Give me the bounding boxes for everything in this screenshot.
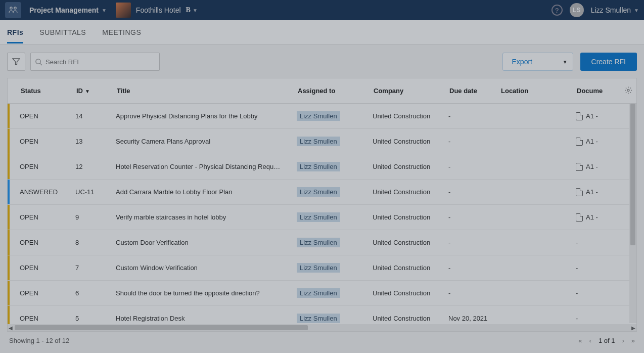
cell-status: OPEN xyxy=(10,264,75,272)
cell-id: UC-11 xyxy=(75,188,116,196)
cell-id: 14 xyxy=(75,112,116,120)
col-id[interactable]: ID▼ xyxy=(76,87,117,95)
cell-assigned: Lizz Smullen xyxy=(297,162,373,171)
project-thumbnail xyxy=(116,3,131,18)
cell-title: Custom Window Verification xyxy=(116,264,297,272)
user-menu[interactable]: Lizz Smullen ▼ xyxy=(591,6,639,14)
project-name: Foothills Hotel xyxy=(136,6,181,14)
user-name-label: Lizz Smullen xyxy=(591,6,631,14)
cell-company: United Construction xyxy=(373,264,448,272)
cell-assigned: Lizz Smullen xyxy=(297,263,373,273)
svg-line-3 xyxy=(40,63,42,65)
cell-due: - xyxy=(448,264,500,272)
cell-document: - xyxy=(576,289,616,297)
module-dropdown[interactable]: Project Management ▼ xyxy=(25,6,111,14)
scroll-right-icon[interactable]: ▶ xyxy=(631,325,635,331)
assignee-chip[interactable]: Lizz Smullen xyxy=(297,137,340,146)
table-row[interactable]: OPEN5Hotel Registration DeskLizz Smullen… xyxy=(8,306,636,324)
cell-due: - xyxy=(448,138,500,145)
app-switcher-icon[interactable] xyxy=(5,2,21,18)
assignee-chip[interactable]: Lizz Smullen xyxy=(297,238,340,247)
col-status[interactable]: Status xyxy=(11,87,76,95)
cell-document: - xyxy=(576,315,616,322)
pager-next-icon[interactable]: › xyxy=(622,337,624,344)
assignee-chip[interactable]: Lizz Smullen xyxy=(297,212,340,222)
export-dropdown[interactable]: Export ▼ xyxy=(502,53,573,71)
cell-title: Add Carrara Marble to Lobby Floor Plan xyxy=(116,188,297,196)
cell-title: Approve Physical Distancing Plans for th… xyxy=(116,112,297,120)
table-row[interactable]: ANSWEREDUC-11Add Carrara Marble to Lobby… xyxy=(8,180,636,205)
cell-company: United Construction xyxy=(373,315,448,322)
search-input[interactable] xyxy=(45,58,155,66)
pager-last-icon[interactable]: » xyxy=(631,337,635,344)
cell-id: 6 xyxy=(75,289,116,297)
showing-text: Showing 1 - 12 of 12 xyxy=(9,337,69,344)
filter-icon xyxy=(12,58,20,66)
cell-due: - xyxy=(448,112,500,120)
assignee-chip[interactable]: Lizz Smullen xyxy=(297,111,340,121)
assignee-chip[interactable]: Lizz Smullen xyxy=(297,314,340,323)
tab-submittals[interactable]: SUBMITTALS xyxy=(39,28,86,36)
cell-due: - xyxy=(448,213,500,221)
table-row[interactable]: OPEN6Should the door be turned the oppos… xyxy=(8,281,636,306)
table-settings-icon[interactable] xyxy=(624,86,632,96)
gear-icon xyxy=(624,86,632,94)
cell-company: United Construction xyxy=(373,138,448,145)
col-due[interactable]: Due date xyxy=(449,87,501,95)
table-row[interactable]: OPEN7Custom Window VerificationLizz Smul… xyxy=(8,255,636,281)
assignee-chip[interactable]: Lizz Smullen xyxy=(297,263,340,273)
cell-title: Hotel Reservation Counter - Physical Dis… xyxy=(116,163,297,170)
search-box[interactable] xyxy=(30,53,160,71)
scrollbar-thumb[interactable] xyxy=(630,104,635,245)
chevron-down-icon: ▼ xyxy=(634,8,639,13)
cell-id: 13 xyxy=(75,138,116,145)
pager-prev-icon[interactable]: ‹ xyxy=(589,337,591,344)
cell-id: 5 xyxy=(75,315,116,322)
col-location[interactable]: Location xyxy=(501,87,577,95)
cell-company: United Construction xyxy=(373,112,448,120)
assignee-chip[interactable]: Lizz Smullen xyxy=(297,162,340,171)
document-icon xyxy=(576,213,583,222)
document-icon xyxy=(576,188,583,196)
cell-assigned: Lizz Smullen xyxy=(297,314,373,323)
scrollbar-thumb[interactable] xyxy=(15,325,308,330)
svg-point-0 xyxy=(10,7,12,9)
cell-due: - xyxy=(448,163,500,170)
project-letter-dropdown[interactable]: B ▼ xyxy=(186,6,198,14)
document-icon xyxy=(576,138,583,146)
scroll-left-icon[interactable]: ◀ xyxy=(9,325,13,331)
col-assigned[interactable]: Assigned to xyxy=(298,87,374,95)
svg-point-2 xyxy=(36,59,40,63)
create-rfi-button[interactable]: Create RFI xyxy=(580,53,637,71)
table-row[interactable]: OPEN14Approve Physical Distancing Plans … xyxy=(8,104,636,129)
table-row[interactable]: OPEN13Security Camera Plans ApprovalLizz… xyxy=(8,129,636,154)
tab-meetings[interactable]: MEETINGS xyxy=(102,28,141,36)
svg-point-1 xyxy=(14,7,16,9)
assignee-chip[interactable]: Lizz Smullen xyxy=(297,288,340,298)
horizontal-scrollbar[interactable]: ◀ ▶ xyxy=(8,324,636,331)
cell-company: United Construction xyxy=(373,163,448,170)
cell-due: - xyxy=(448,188,500,196)
subtabs: RFIs SUBMITTALS MEETINGS xyxy=(0,20,644,45)
tab-rfis[interactable]: RFIs xyxy=(7,28,23,36)
col-company[interactable]: Company xyxy=(374,87,449,95)
table-row[interactable]: OPEN9Verify marble staircases in hotel l… xyxy=(8,205,636,230)
assignee-chip[interactable]: Lizz Smullen xyxy=(297,187,340,197)
pager-first-icon[interactable]: « xyxy=(578,337,582,344)
project-letter: B xyxy=(186,6,191,14)
col-document[interactable]: Docume xyxy=(577,87,617,95)
table-row[interactable]: OPEN12Hotel Reservation Counter - Physic… xyxy=(8,154,636,180)
table-row[interactable]: OPEN8Custom Door VerificationLizz Smulle… xyxy=(8,230,636,255)
svg-point-4 xyxy=(627,89,629,91)
rfi-table: Status ID▼ Title Assigned to Company Due… xyxy=(7,78,637,332)
toolbar: Export ▼ Create RFI xyxy=(0,45,644,78)
help-icon[interactable]: ? xyxy=(551,5,563,16)
col-title[interactable]: Title xyxy=(117,87,298,95)
chevron-down-icon: ▼ xyxy=(193,8,198,13)
filter-button[interactable] xyxy=(7,53,25,71)
vertical-scrollbar[interactable] xyxy=(629,104,636,323)
cell-document: A1 - xyxy=(576,138,616,146)
cell-document: A1 - xyxy=(576,213,616,222)
chevron-down-icon: ▼ xyxy=(563,59,568,65)
cell-title: Custom Door Verification xyxy=(116,239,297,246)
